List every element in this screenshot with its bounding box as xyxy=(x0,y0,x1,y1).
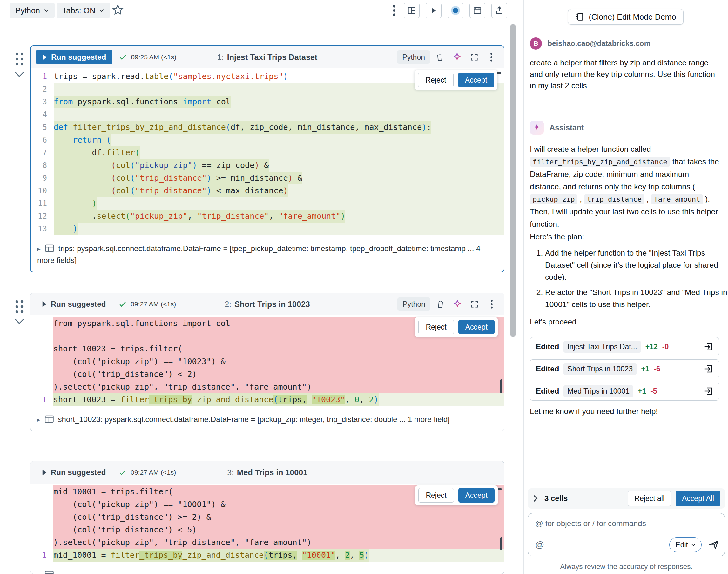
plan-heading: Here’s the plan: xyxy=(530,233,584,241)
code-line: 6 return ( xyxy=(31,134,504,147)
cell-overflow-menu-button[interactable] xyxy=(484,50,499,65)
code-editor[interactable]: 1trips = spark.read.table("samples.nycta… xyxy=(31,68,504,237)
output-expander[interactable]: ▸ xyxy=(37,416,40,423)
cell-collapse-button[interactable] xyxy=(14,318,25,325)
run-suggested-label: Run suggested xyxy=(51,300,106,309)
chevron-down-icon xyxy=(44,9,49,12)
cell-language-chip[interactable]: Python xyxy=(397,50,430,64)
send-button[interactable] xyxy=(708,539,719,550)
assistant-chat-input[interactable]: @ for objects or / for commands @ Edit xyxy=(528,513,725,556)
run-all-button[interactable] xyxy=(426,3,442,18)
cell-title[interactable]: 1:Injest Taxi Trips Dataset xyxy=(217,53,317,62)
cell-output: ▸ xyxy=(31,564,504,574)
reject-button[interactable]: Reject xyxy=(418,488,454,502)
assistant-avatar xyxy=(530,121,544,135)
lines-removed-count: -5 xyxy=(651,387,657,396)
code-line: 4 xyxy=(31,108,504,121)
cell-index: 1: xyxy=(217,53,224,62)
share-button[interactable] xyxy=(491,3,507,18)
plan-item: Add the helper function to the "Injest T… xyxy=(545,247,728,283)
cell-title[interactable]: 3:Med Trips in 10001 xyxy=(227,468,307,477)
accept-button[interactable]: Accept xyxy=(458,488,495,502)
expand-cell-button[interactable] xyxy=(467,297,482,312)
layout-view-button[interactable] xyxy=(404,3,420,18)
jump-to-cell-button[interactable] xyxy=(703,386,713,396)
pane-divider xyxy=(524,0,524,574)
accept-all-button[interactable]: Accept All xyxy=(676,491,720,506)
kebab-menu-icon xyxy=(490,299,493,309)
code-line: 11 ) xyxy=(31,197,504,210)
edit-mode-dropdown[interactable]: Edit xyxy=(669,537,702,552)
cell-overflow-menu-button[interactable] xyxy=(484,297,499,312)
line-number: 1 xyxy=(31,393,53,406)
notebook-scrollbar-thumb[interactable] xyxy=(510,24,516,337)
expand-cell-button[interactable] xyxy=(467,50,482,65)
edited-cell-row[interactable]: Edited Injest Taxi Trips Dat... +12 -0 xyxy=(530,337,719,356)
assistant-sparkle-button[interactable] xyxy=(450,297,465,312)
lines-added-count: +12 xyxy=(645,342,658,351)
trash-icon xyxy=(435,53,444,62)
play-icon xyxy=(42,54,47,60)
avatar: B xyxy=(530,37,542,49)
code-line: (col("trip_distance") >= 2) & xyxy=(31,511,504,524)
star-icon xyxy=(112,4,124,16)
run-suggested-button[interactable]: Run suggested xyxy=(36,465,112,480)
jump-to-cell-button[interactable] xyxy=(703,364,713,374)
notebook-language-label: Python xyxy=(15,6,40,15)
cell-title[interactable]: 2:Short Trips in 10023 xyxy=(225,300,310,309)
jump-to-cell-button[interactable] xyxy=(703,342,713,352)
line-number: 6 xyxy=(31,134,54,147)
line-number: 3 xyxy=(31,95,54,108)
line-number xyxy=(31,485,53,498)
favorite-star-button[interactable] xyxy=(112,4,124,16)
notebook-pane: Python Tabs: ON xyxy=(0,0,514,574)
inline-code: pickup_zip xyxy=(530,194,577,204)
cell-drag-handle[interactable] xyxy=(14,52,25,66)
record-button[interactable] xyxy=(448,3,463,18)
reject-button[interactable]: Reject xyxy=(418,73,453,87)
cell-index: 3: xyxy=(227,468,234,477)
notebook-context-pill[interactable]: (Clone) Edit Mode Demo xyxy=(568,9,683,25)
expand-cells-button[interactable] xyxy=(532,495,538,502)
notebook-overflow-menu-button[interactable] xyxy=(391,4,398,17)
run-suggested-label: Run suggested xyxy=(51,468,106,477)
notebook-cell-1: Run suggested 09:25 AM (<1s) 1:Injest Ta… xyxy=(30,45,504,273)
edit-mode-label: Edit xyxy=(675,541,688,549)
success-check-icon xyxy=(119,53,127,61)
edited-cell-row[interactable]: Edited Short Trips in 10023 +1 -6 xyxy=(530,359,719,378)
diff-action-bar: Reject Accept xyxy=(415,317,498,337)
cell-header-actions: Python xyxy=(397,297,499,312)
assistant-sparkle-button[interactable] xyxy=(450,50,464,65)
success-check-icon xyxy=(118,468,127,477)
cell-collapse-button[interactable] xyxy=(14,71,25,78)
notebook-language-dropdown[interactable]: Python xyxy=(9,3,54,18)
output-expander[interactable]: ▸ xyxy=(37,245,41,253)
trash-icon xyxy=(436,300,445,309)
edited-cell-row[interactable]: Edited Med Trips in 10001 +1 -5 xyxy=(530,382,719,401)
jump-to-cell-icon xyxy=(703,364,713,374)
run-suggested-button[interactable]: Run suggested xyxy=(36,297,112,312)
output-expander[interactable]: ▸ xyxy=(37,571,40,574)
reject-button[interactable]: Reject xyxy=(418,320,454,334)
editor-scrollbar-thumb[interactable] xyxy=(500,379,502,393)
code-line: short_10023 = trips.filter( xyxy=(31,342,504,355)
reject-all-button[interactable]: Reject all xyxy=(628,491,671,506)
cell-1-header: Run suggested 09:25 AM (<1s) 1:Injest Ta… xyxy=(31,46,504,68)
delete-cell-button[interactable] xyxy=(433,297,448,312)
accept-button[interactable]: Accept xyxy=(458,73,494,87)
dataframe-icon xyxy=(45,571,54,574)
cell-output: ▸short_10023: pyspark.sql.connect.datafr… xyxy=(31,408,504,431)
editor-scrollbar-thumb[interactable] xyxy=(500,537,502,550)
delete-cell-button[interactable] xyxy=(433,50,447,65)
cell-drag-handle[interactable] xyxy=(14,300,25,314)
drag-dots-icon xyxy=(14,300,25,314)
tabs-toggle-dropdown[interactable]: Tabs: ON xyxy=(56,3,110,18)
line-number: 13 xyxy=(31,222,54,235)
run-suggested-button[interactable]: Run suggested xyxy=(36,50,112,65)
cell-language-chip[interactable]: Python xyxy=(397,297,430,311)
mention-button[interactable]: @ xyxy=(535,540,544,550)
accept-button[interactable]: Accept xyxy=(458,320,495,334)
schedule-button[interactable] xyxy=(469,3,485,18)
jump-to-cell-icon xyxy=(703,386,713,396)
user-email: beishao.cao@databricks.com xyxy=(547,39,651,48)
